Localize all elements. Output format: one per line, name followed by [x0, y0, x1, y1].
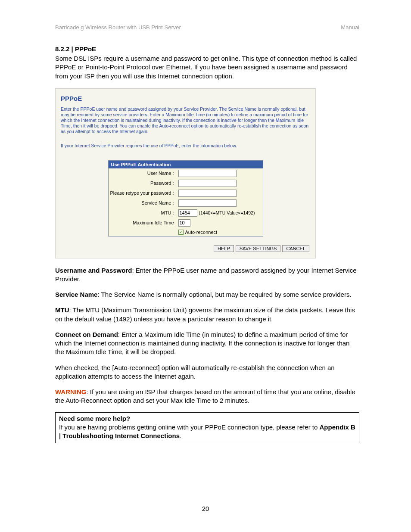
mtu-label: MTU : — [109, 208, 177, 218]
warning-text: : If you are using an ISP that charges b… — [55, 388, 355, 404]
header-right: Manual — [341, 24, 359, 31]
form-header: Use PPPoE Authentication — [109, 161, 263, 168]
service-text: : The Service Name is normally optional,… — [97, 291, 351, 298]
definition-mtu: MTU: The MTU (Maximum Transmission Unit)… — [55, 306, 359, 324]
service-label: Service Name — [55, 291, 97, 298]
definition-connect-on-demand: Connect on Demand: Enter a Maximum Idle … — [55, 330, 359, 357]
retype-password-label: Please retype your password : — [109, 188, 177, 198]
password-label: Password : — [109, 178, 177, 188]
pppoe-form: Use PPPoE Authentication User Name : Pas… — [108, 160, 263, 236]
service-name-input[interactable] — [178, 199, 237, 207]
service-name-label: Service Name : — [109, 198, 177, 208]
warning-label: WARNING — [55, 388, 87, 395]
password-input[interactable] — [178, 180, 237, 187]
idle-time-label: Maximum Idle Time — [109, 218, 177, 227]
pppoe-title: PPPoE — [56, 94, 315, 104]
pppoe-description-1: Enter the PPPoE user name and password a… — [56, 104, 315, 135]
userpass-label: Username and Password — [55, 267, 132, 274]
pppoe-panel: PPPoE Enter the PPPoE user name and pass… — [55, 88, 316, 258]
help-button[interactable]: HELP — [214, 245, 234, 252]
definition-service-name: Service Name: The Service Name is normal… — [55, 290, 359, 299]
connect-label: Connect on Demand — [55, 331, 118, 338]
auto-reconnect-note: When checked, the [Auto-reconnect] optio… — [55, 364, 359, 381]
mtu-def-label: MTU — [55, 306, 69, 314]
help-box-text: If you are having problems getting onlin… — [59, 423, 320, 431]
page-header: Barricade g Wireless Router with USB Pri… — [55, 24, 359, 31]
username-input[interactable] — [178, 170, 237, 177]
button-row: HELP SAVE SETTINGS CANCEL — [56, 236, 315, 252]
definition-username-password: Username and Password: Enter the PPPoE u… — [55, 266, 359, 284]
help-box-period: . — [180, 432, 181, 439]
help-box: Need some more help? If you are having p… — [55, 412, 359, 444]
retype-password-input[interactable] — [178, 190, 237, 197]
mtu-hint: (1440<=MTU Value<=1492) — [199, 210, 255, 215]
auto-reconnect-checkbox[interactable]: ✓ — [178, 230, 184, 235]
help-box-title: Need some more help? — [59, 414, 355, 423]
header-left: Barricade g Wireless Router with USB Pri… — [55, 24, 181, 31]
help-box-body: If you are having problems getting onlin… — [59, 423, 355, 441]
mtu-input[interactable] — [178, 209, 197, 217]
section-intro: Some DSL ISPs require a username and pas… — [55, 54, 359, 81]
mtu-def-text: : The MTU (Maximum Transmission Unit) go… — [55, 306, 355, 322]
username-label: User Name : — [109, 168, 177, 178]
pppoe-description-2: If your Internet Service Provider requir… — [56, 140, 315, 149]
save-settings-button[interactable]: SAVE SETTINGS — [236, 245, 281, 252]
auto-reconnect-label: Auto-reconnect — [185, 230, 218, 235]
cancel-button[interactable]: CANCEL — [282, 245, 309, 252]
page-number: 20 — [0, 505, 411, 512]
warning-paragraph: WARNING: If you are using an ISP that ch… — [55, 388, 359, 405]
idle-time-input[interactable] — [178, 219, 190, 227]
section-heading: 8.2.2 | PPPoE — [55, 45, 359, 53]
